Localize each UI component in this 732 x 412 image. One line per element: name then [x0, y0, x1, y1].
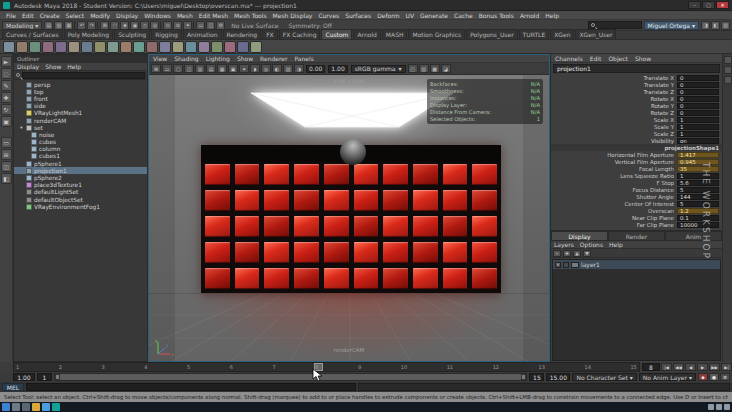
animation-start-field[interactable]: 1.00: [13, 373, 35, 381]
shelf-icon[interactable]: [198, 41, 210, 53]
field-chart-icon[interactable]: ▥: [195, 64, 205, 73]
outliner-item[interactable]: projection1: [14, 167, 147, 174]
menu-item[interactable]: Bonus Tools: [476, 12, 517, 19]
animation-end-field[interactable]: 15.00: [546, 373, 570, 381]
channel-box-toggle-icon[interactable]: [724, 76, 732, 84]
dof-toggle-icon[interactable]: ◑: [294, 64, 304, 73]
menu-item[interactable]: Modify: [87, 12, 113, 19]
menu-item[interactable]: Edit Mesh: [196, 12, 231, 19]
layer-editor-menu-item[interactable]: Help: [609, 241, 623, 248]
move-layer-down-icon[interactable]: ▼: [583, 250, 591, 257]
shelf-tab[interactable]: Sculpting: [114, 29, 150, 39]
exposure-field[interactable]: 0.00: [306, 65, 325, 73]
character-set-dropdown[interactable]: No Character Set ▾: [572, 373, 636, 381]
channel-box-menu-item[interactable]: Object: [608, 55, 628, 62]
layer-editor-tab[interactable]: Render: [608, 231, 665, 241]
new-layer-from-selected-icon[interactable]: ✚: [563, 250, 571, 257]
new-empty-layer-icon[interactable]: +: [553, 250, 561, 257]
range-handle-right[interactable]: [521, 374, 526, 380]
shelf-tab[interactable]: FX: [262, 29, 278, 39]
tray-icon[interactable]: [708, 404, 714, 410]
maximize-button[interactable]: ▢: [702, 1, 715, 9]
channel-value-field[interactable]: 1: [677, 117, 719, 123]
shelf-icon[interactable]: [42, 41, 54, 53]
shelf-tab[interactable]: XGen: [550, 29, 574, 39]
ssao-toggle-icon[interactable]: ◎: [261, 64, 271, 73]
go-to-start-button[interactable]: |◀: [661, 363, 672, 371]
range-handle-left[interactable]: [55, 374, 60, 380]
shadows-toggle-icon[interactable]: ◗: [250, 64, 260, 73]
menu-item[interactable]: Generate: [417, 12, 451, 19]
layer-editor-menu-item[interactable]: Layers: [554, 241, 574, 248]
auto-key-icon[interactable]: ●: [709, 373, 719, 381]
menu-item[interactable]: Edit: [19, 12, 37, 19]
node-name-field[interactable]: projection1: [553, 64, 720, 73]
viewport-menu-item[interactable]: Renderer: [260, 55, 287, 62]
gamma-field[interactable]: 1.00: [328, 65, 347, 73]
channel-value-field[interactable]: 0.945: [677, 159, 719, 165]
channel-value-field[interactable]: 1: [677, 173, 719, 179]
menu-item[interactable]: UV: [403, 12, 418, 19]
menu-item[interactable]: Mesh Display: [270, 12, 316, 19]
layer-row[interactable]: V layer1: [553, 260, 720, 269]
gate-mask-icon[interactable]: ◫: [184, 64, 194, 73]
select-tool-icon[interactable]: ►: [1, 56, 12, 67]
menu-item[interactable]: Mesh: [174, 12, 196, 19]
outliner-item[interactable]: side: [14, 103, 147, 110]
shelf-tab[interactable]: XGen_User: [575, 29, 616, 39]
range-slider-bar[interactable]: [54, 373, 527, 381]
channel-value-field[interactable]: 5: [677, 201, 719, 207]
attribute-editor-toggle-icon[interactable]: [724, 56, 732, 64]
outliner-item[interactable]: place3dTexture1: [14, 182, 147, 189]
outliner-item[interactable]: top: [14, 88, 147, 95]
outliner-item[interactable]: cubes: [14, 139, 147, 146]
workspace-selector[interactable]: Miguel Ortega ▾: [644, 21, 699, 30]
start-button[interactable]: [2, 403, 10, 411]
menu-item[interactable]: File: [3, 12, 19, 19]
shelf-tab[interactable]: Curves / Surfaces: [2, 29, 63, 39]
shelf-tab[interactable]: Custom: [321, 29, 352, 39]
channel-value-field[interactable]: 5: [677, 187, 719, 193]
outliner-item[interactable]: persp: [14, 81, 147, 88]
rotate-tool-icon[interactable]: ↻: [1, 104, 12, 115]
channel-value-field[interactable]: on: [677, 138, 719, 144]
current-frame-marker[interactable]: [314, 363, 323, 371]
shelf-tab[interactable]: MASH: [382, 29, 408, 39]
paint-select-tool-icon[interactable]: ✎: [1, 80, 12, 91]
shelf-icon[interactable]: [133, 41, 145, 53]
menu-item[interactable]: Deform: [374, 12, 402, 19]
outliner-menu-item[interactable]: Help: [67, 63, 81, 70]
channel-value-field[interactable]: 1.417: [677, 152, 719, 158]
anim-preferences-icon[interactable]: ⚙: [720, 373, 730, 381]
shelf-icon[interactable]: [159, 41, 171, 53]
shelf-tab[interactable]: Arnold: [353, 29, 380, 39]
camera-attributes-icon[interactable]: ▣: [228, 64, 238, 73]
shelf-tab[interactable]: Rendering: [223, 29, 262, 39]
wireframe-on-shaded-icon[interactable]: ▩: [430, 64, 440, 73]
shelf-icon[interactable]: [94, 41, 106, 53]
film-gate-icon[interactable]: ▭: [162, 64, 172, 73]
scale-tool-icon[interactable]: ▣: [1, 116, 12, 127]
channel-value-field[interactable]: 0: [677, 75, 719, 81]
tool-settings-toggle-icon[interactable]: [724, 66, 732, 74]
viewport-menu-item[interactable]: Panels: [294, 55, 313, 62]
textured-toggle-icon[interactable]: ◪: [441, 64, 451, 73]
view-transform-dropdown[interactable]: sRGB gamma ▾: [351, 65, 406, 73]
viewport-menu-item[interactable]: Lighting: [206, 55, 230, 62]
single-pane-layout-icon[interactable]: ▭: [1, 137, 12, 148]
menu-item[interactable]: Help: [542, 12, 562, 19]
shelf-tab[interactable]: FX Caching: [279, 29, 321, 39]
time-slider[interactable]: 123456789101112131415: [13, 362, 640, 372]
outliner-item[interactable]: ▾ set: [14, 124, 147, 131]
sidebar-tool-settings-icon[interactable]: ◧: [711, 21, 720, 30]
shelf-icon[interactable]: [81, 41, 93, 53]
viewport-menu-item[interactable]: Show: [237, 55, 253, 62]
outliner-item[interactable]: renderCAM: [14, 117, 147, 124]
shelf-icon[interactable]: [237, 41, 249, 53]
shelf-icon[interactable]: [3, 41, 15, 53]
outliner-item[interactable]: defaultLightSet: [14, 189, 147, 196]
search-icon[interactable]: [12, 403, 20, 411]
outliner-menu-item[interactable]: Show: [45, 63, 61, 70]
maya-taskbar-icon[interactable]: [52, 403, 60, 411]
resolution-gate-icon[interactable]: ▢: [173, 64, 183, 73]
